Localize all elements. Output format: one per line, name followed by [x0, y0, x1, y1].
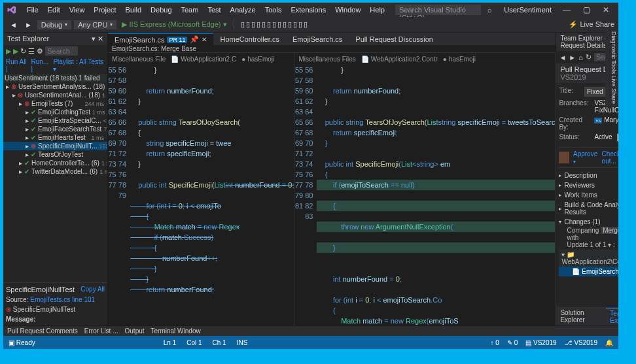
minimize-button[interactable]: —	[558, 5, 575, 14]
menu-analyze[interactable]: Analyze	[226, 5, 260, 15]
te-refresh-icon[interactable]: ↻	[586, 53, 592, 61]
menu-build[interactable]: Build	[122, 5, 145, 15]
test-search-input[interactable]	[45, 46, 78, 56]
left-scope-b[interactable]: 📄 WebApplication2.C	[171, 56, 236, 63]
search-icon[interactable]: ⌕	[487, 6, 492, 14]
notification-icon[interactable]: 🔔	[605, 339, 613, 346]
nav-back-icon[interactable]: ◄	[7, 20, 20, 30]
document-tab[interactable]: EmojiSearch.cs	[286, 33, 349, 45]
menu-tools[interactable]: Tools	[261, 5, 286, 15]
te-fwd-icon[interactable]: ►	[569, 54, 576, 61]
fail-icon: ⊗	[6, 306, 11, 313]
tool-tab[interactable]: Team Explorer	[606, 308, 618, 325]
menu-help[interactable]: Help	[366, 5, 389, 15]
bottom-tab[interactable]: Terminal Window	[151, 327, 201, 335]
pr-section[interactable]: Work Items	[559, 190, 618, 200]
changed-folder[interactable]: ▾ 📁 WebApplication2\Controllers	[559, 250, 618, 267]
right-dock-tabs[interactable]: Diagnostic Tools Live Share	[605, 29, 618, 107]
merge-base-dropdown[interactable]: Merge Base ▾	[601, 227, 618, 234]
menu-project[interactable]: Project	[90, 5, 120, 15]
copy-all-link[interactable]: Copy All	[80, 286, 105, 293]
test-filter[interactable]: Playlist : All Tests ▾	[53, 58, 105, 73]
checkout-link[interactable]: Check out...	[602, 150, 618, 165]
config-dropdown[interactable]: Debug	[37, 20, 71, 29]
menu-window[interactable]: Window	[331, 5, 364, 15]
status-pull[interactable]: ✎ 0	[507, 339, 518, 346]
team-explorer-tabs: Solution ExplorerTeam Explorer	[556, 307, 618, 325]
left-code-lines[interactable]: } return numberFound; } public string Te…	[130, 65, 294, 325]
pr-section[interactable]: Build & Code Analysis Results	[559, 200, 618, 217]
document-tab[interactable]: Pull Request Discussion	[349, 33, 440, 45]
toolbar-group-icons[interactable]: ▯▯▯▯▯▯▯▯▯▯▯▯▯	[238, 19, 311, 30]
test-item[interactable]: ▸⊗SpecificEmojiNullT...153 ms	[3, 142, 107, 150]
right-scope-c[interactable]: ● hasEmoji	[443, 56, 476, 63]
menu-file[interactable]: File	[23, 5, 43, 15]
te-home-icon[interactable]: ⌂	[578, 54, 583, 61]
test-item[interactable]: ▸⊗UserSentimentAnalysis... (18)1 sec	[3, 82, 107, 91]
live-share-button[interactable]: ⚡ Live Share	[569, 20, 614, 29]
close-button[interactable]: ✕	[597, 5, 614, 14]
right-diff-pane: Miscellaneous Files 📄 WebApplication2.Co…	[294, 53, 556, 325]
test-item[interactable]: ▸✔TearsOfJoyTest	[3, 150, 107, 159]
menu-view[interactable]: View	[65, 5, 89, 15]
settings-icon[interactable]: ⚙	[37, 47, 43, 56]
signed-in-user[interactable]: UserSentiment	[504, 6, 552, 14]
bottom-tab[interactable]: Pull Request Comments	[7, 327, 78, 335]
status-branch[interactable]: ⎇ VS2019	[565, 339, 597, 346]
editor-area: EmojiSearch.csPR 11📌✕HomeController.csEm…	[108, 33, 556, 325]
platform-dropdown[interactable]: Any CPU	[74, 20, 116, 29]
test-item[interactable]: ▸✔HomeControllerTe... (6)1 sec	[3, 159, 107, 167]
test-item[interactable]: ▸✔TwitterDataModel... (6)1 ms	[3, 167, 107, 176]
bottom-tab[interactable]: Error List ...	[84, 327, 118, 335]
left-scope-a[interactable]: Miscellaneous File	[112, 56, 166, 63]
test-detail-pane: SpecificEmojiNullTestCopy All Source: Em…	[3, 282, 107, 325]
maximize-button[interactable]: ▢	[578, 5, 595, 14]
right-scope-b[interactable]: 📄 WebApplication2.Contr	[361, 56, 438, 63]
quick-launch-search[interactable]: Search Visual Studio (Ctrl+Q)	[395, 5, 481, 15]
pr-section[interactable]: Reviewers	[559, 180, 618, 190]
menu-team[interactable]: Team	[177, 5, 203, 15]
test-filter[interactable]: Run All |	[6, 58, 29, 73]
changes-section[interactable]: Changes (1)⎘	[559, 217, 618, 227]
left-diff-pane: Miscellaneous File 📄 WebApplication2.C ●…	[108, 53, 294, 325]
menu-extensions[interactable]: Extensions	[287, 5, 330, 15]
bottom-tab[interactable]: Output	[125, 327, 145, 335]
nav-fwd-icon[interactable]: ►	[22, 20, 35, 30]
document-tab[interactable]: EmojiSearch.csPR 11📌✕	[108, 33, 213, 45]
panel-pin-icon[interactable]: ▾ ✕	[92, 35, 103, 43]
refresh-icon[interactable]: ↻	[20, 47, 26, 56]
test-item[interactable]: ▸✔EmojiClothingTest1 ms	[3, 108, 107, 116]
status-push[interactable]: ↑ 0	[491, 339, 499, 346]
test-item[interactable]: ▸⊗UserSentimentAnal... (18)1 sec	[3, 91, 107, 99]
menu-edit[interactable]: Edit	[44, 5, 64, 15]
test-item[interactable]: ▸✔EmojiHeartsTest1 ms	[3, 133, 107, 142]
message-label: Message:	[6, 316, 105, 323]
start-debug-button[interactable]: ▶ IIS Express (Microsoft Edge) ▾	[119, 19, 229, 30]
menu-test[interactable]: Test	[203, 5, 224, 15]
changed-file[interactable]: 📄 EmojiSearch.cs	[559, 267, 618, 276]
status-ready: ▣ Ready	[9, 339, 35, 346]
menu-debug[interactable]: Debug	[147, 5, 175, 15]
left-scope-c[interactable]: ● hasEmoji	[241, 56, 274, 63]
urgent-checkbox[interactable]	[617, 133, 618, 142]
playlist-icon[interactable]: ☰	[28, 47, 35, 56]
update-label[interactable]: Update 1 of 1 ▾ :	[559, 241, 618, 248]
source-link[interactable]: EmojiTests.cs line 101	[30, 296, 95, 303]
pr-repo-badge: VS2019	[560, 73, 586, 81]
tool-tab[interactable]: Solution Explorer	[556, 308, 606, 325]
test-item[interactable]: ▸✔EmojiFaceSearchTest77 ms	[3, 125, 107, 133]
right-scope-a[interactable]: Miscellaneous Files	[298, 56, 355, 63]
test-filter[interactable]: Run... |	[31, 58, 51, 73]
te-back-icon[interactable]: ◄	[559, 54, 566, 61]
approve-dropdown[interactable]: Approve	[573, 150, 598, 165]
test-item[interactable]: ▸✔EmojiExtraSpecialC...< 1 ms	[3, 116, 107, 125]
title-label: Title:	[559, 87, 582, 97]
status-repo[interactable]: ▤ VS2019	[525, 339, 556, 346]
document-tab[interactable]: HomeController.cs	[213, 33, 285, 45]
right-code-lines[interactable]: } return numberFound; } public string Te…	[317, 65, 555, 325]
test-item[interactable]: ▸⊗EmojiTests (7)244 ms	[3, 99, 107, 108]
status-ch: Ch 1	[213, 339, 226, 346]
pr-section[interactable]: Description	[559, 171, 618, 180]
run-icon[interactable]: ▶	[13, 47, 18, 56]
run-all-icon[interactable]: ▶	[6, 47, 11, 56]
